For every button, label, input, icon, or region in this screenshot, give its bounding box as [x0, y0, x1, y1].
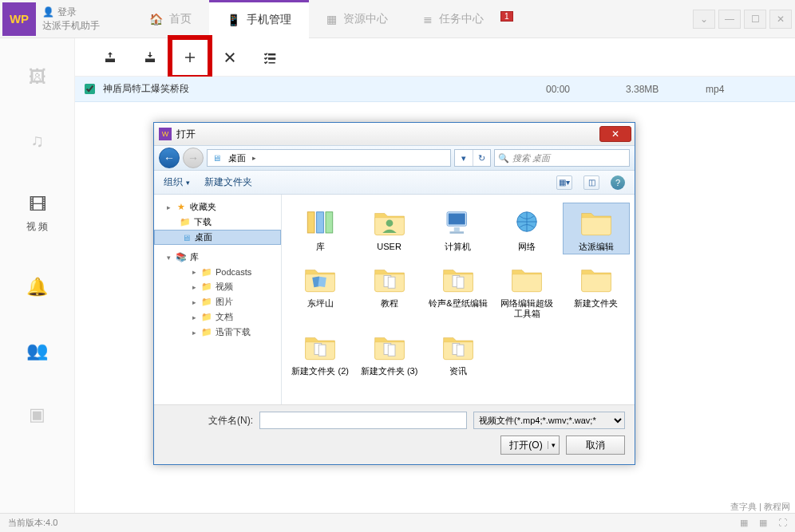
grid-icon: ▦ [326, 13, 337, 26]
file-item[interactable]: 库 [287, 203, 354, 254]
addr-dropdown-button[interactable]: ▾ [455, 150, 473, 166]
side-video[interactable]: 🎞 视 频 [0, 190, 74, 238]
svg-rect-18 [388, 345, 395, 356]
add-button[interactable] [177, 45, 203, 70]
dialog-body: ▸★收藏夹 📁下载 🖥桌面 ▾📚库 ▸📁Podcasts ▸📁视频 ▸📁图片 ▸… [154, 195, 635, 404]
preview-pane-button[interactable]: ◫ [583, 175, 599, 190]
organize-button[interactable]: 组织 ▾ [164, 175, 190, 189]
file-item[interactable]: 资讯 [425, 327, 492, 379]
address-bar[interactable]: 🖥 桌面 ▸ [207, 149, 451, 167]
chevron-right-icon[interactable]: ▸ [252, 154, 256, 162]
image-icon: 🖼 [29, 67, 46, 88]
path-segment[interactable]: 桌面 [225, 152, 249, 164]
side-apps[interactable]: ▣ [0, 400, 74, 430]
file-item[interactable]: 新建文件夹 (2) [287, 327, 354, 379]
dropdown-button[interactable]: ⌄ [693, 10, 715, 29]
file-item[interactable]: 计算机 [425, 203, 492, 254]
tab-resource[interactable]: ▦ 资源中心 [309, 0, 405, 38]
file-item-label: 新建文件夹 (2) [291, 366, 349, 376]
tree-label: 迅雷下载 [216, 326, 251, 338]
help-button[interactable]: ? [611, 175, 625, 190]
filename-label: 文件名(N): [208, 414, 253, 428]
tree-videos[interactable]: ▸📁视频 [154, 279, 281, 294]
chevron-down-icon[interactable]: ▾ [548, 441, 556, 449]
svg-rect-0 [307, 212, 314, 233]
file-grid: 库 USER计算机网络 达派编辑 东坪山 教程 铃声&壁纸编辑 网络编辑超级工具… [282, 195, 635, 404]
star-icon: ★ [176, 202, 187, 213]
side-contacts[interactable]: 👥 [0, 336, 74, 366]
folder-icon [578, 205, 615, 238]
file-item[interactable]: 网络编辑超级工具箱 [493, 259, 560, 321]
maximize-button[interactable]: ☐ [744, 10, 766, 29]
side-music[interactable]: ♫ [0, 126, 74, 156]
open-button[interactable]: 打开(O)▾ [500, 435, 560, 455]
nav-back-button[interactable]: ← [159, 148, 180, 168]
status-icon-3[interactable]: ⛶ [778, 518, 787, 528]
library-icon [302, 205, 338, 238]
tab-phone[interactable]: 📱 手机管理 [209, 0, 309, 38]
status-icon-2[interactable]: ▦ [759, 518, 767, 528]
delete-button[interactable] [217, 45, 243, 70]
list-button[interactable] [257, 45, 283, 70]
tree-thunder[interactable]: ▸📁迅雷下载 [154, 325, 281, 340]
tree-documents[interactable]: ▸📁文档 [154, 309, 281, 325]
tab-resource-label: 资源中心 [343, 12, 388, 26]
filename-input[interactable] [259, 412, 467, 429]
version-label: 当前版本:4.0 [8, 517, 57, 529]
plus-icon [183, 50, 197, 65]
status-icon-1[interactable]: ▦ [740, 518, 748, 528]
folder-tree: ▸★收藏夹 📁下载 🖥桌面 ▾📚库 ▸📁Podcasts ▸📁视频 ▸📁图片 ▸… [154, 195, 282, 404]
file-item[interactable]: 东坪山 [287, 259, 354, 321]
file-item[interactable]: 新建文件夹 [563, 259, 630, 321]
folder_photos-icon [302, 262, 338, 295]
notification-badge[interactable]: 1 [500, 11, 513, 22]
file-size: 3.38MB [626, 84, 706, 95]
side-notifications[interactable]: 🔔 [0, 272, 74, 302]
close-button[interactable]: ✕ [769, 10, 792, 29]
svg-rect-14 [457, 277, 464, 288]
cancel-button[interactable]: 取消 [566, 435, 625, 455]
open-button-label: 打开(O) [509, 439, 542, 452]
checklist-icon [263, 50, 277, 65]
tree-podcasts[interactable]: ▸📁Podcasts [154, 265, 281, 279]
tree-downloads[interactable]: 📁下载 [154, 215, 281, 230]
filetype-select[interactable]: 视频文件(*.mp4;*.wmv;*.wav;* [473, 412, 625, 429]
view-mode-button[interactable]: ▦▾ [556, 175, 572, 190]
app-subtitle: 达派手机助手 [42, 19, 100, 33]
file-item[interactable]: 铃声&壁纸编辑 [425, 259, 492, 321]
import-button[interactable] [137, 45, 163, 70]
tree-desktop[interactable]: 🖥桌面 [154, 230, 281, 245]
login-link[interactable]: 登录 [57, 6, 77, 19]
file-row[interactable]: 神盾局特工爆笑桥段 00:00 3.38MB mp4 [75, 77, 795, 102]
tab-tasks[interactable]: ≣ 任务中心 [405, 0, 501, 38]
tree-library[interactable]: ▾📚库 [154, 250, 281, 265]
side-photos[interactable]: 🖼 [0, 62, 74, 93]
file-item[interactable]: 网络 [493, 203, 560, 254]
tab-home[interactable]: 🏠 首页 [132, 0, 209, 38]
search-input[interactable]: 🔍 搜索 桌面 [494, 149, 630, 167]
file-checkbox[interactable] [85, 84, 95, 94]
svg-rect-7 [449, 231, 464, 234]
file-item[interactable]: 教程 [355, 259, 422, 321]
file-item-label: 资讯 [449, 366, 467, 376]
file-item[interactable]: USER [355, 203, 422, 254]
stack-icon: ≣ [423, 13, 433, 26]
dialog-app-icon: W [159, 128, 172, 140]
export-button[interactable] [97, 45, 123, 70]
desktop-icon: 🖥 [211, 152, 222, 164]
file-item[interactable]: 新建文件夹 (3) [355, 327, 422, 379]
file-format: mp4 [706, 84, 785, 95]
tree-pictures[interactable]: ▸📁图片 [154, 294, 281, 309]
file-item-label: 网络 [518, 242, 536, 252]
tree-label: 桌面 [195, 231, 212, 243]
refresh-button[interactable]: ↻ [473, 150, 490, 166]
titlebar: WP 👤 登录 达派手机助手 🏠 首页 📱 手机管理 ▦ 资源中心 ≣ 任务中心… [0, 0, 795, 38]
phone-icon: 📱 [227, 14, 240, 26]
minimize-button[interactable]: — [718, 10, 741, 29]
file-item[interactable]: 达派编辑 [563, 203, 630, 254]
newfolder-button[interactable]: 新建文件夹 [204, 175, 252, 189]
dialog-close-button[interactable]: ✕ [599, 126, 631, 142]
watermark: 查字典 | 教程网 [730, 501, 790, 513]
nav-forward-button[interactable]: → [183, 148, 204, 168]
tree-favorites[interactable]: ▸★收藏夹 [154, 199, 281, 215]
